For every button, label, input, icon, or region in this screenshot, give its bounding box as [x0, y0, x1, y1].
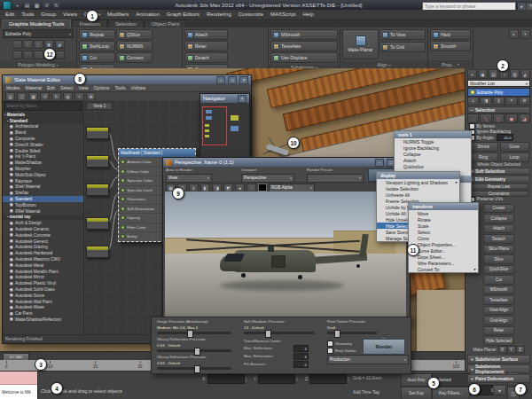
ribbon-button[interactable]: To View	[379, 29, 426, 40]
quad-menu-item[interactable]: Attach	[395, 157, 471, 163]
quad-menu-item[interactable]: Select	[409, 229, 478, 235]
shrink-button[interactable]: Shrink	[469, 142, 498, 152]
stack-tool-icon[interactable]: ∥	[493, 97, 505, 106]
ribbon-tab[interactable]: Graphite Modeling Tools	[2, 20, 71, 27]
map-node[interactable]	[86, 127, 109, 139]
menu-item[interactable]: Views	[63, 12, 77, 17]
material-item[interactable]: - Standard	[3, 118, 83, 124]
stack-tool-icon[interactable]: ×	[505, 97, 517, 106]
ribbon-button[interactable]: Smooth	[430, 41, 471, 51]
show-end-result-icon[interactable]	[23, 51, 33, 59]
command-panel-tab-icon[interactable]: ◭	[520, 69, 530, 79]
close-icon[interactable]: ×	[238, 95, 246, 103]
image-precision-slider[interactable]	[157, 332, 231, 334]
ribbon-panel-label[interactable]: Polygon Modeling	[0, 61, 76, 68]
coordinate-z[interactable]: Z:▴▾	[305, 374, 349, 384]
edit-geometry-button[interactable]: Attach	[483, 224, 514, 234]
material-item[interactable]: - mental ray	[3, 215, 83, 221]
material-item[interactable]: Autodesk Hardwood	[3, 250, 83, 256]
minimize-ribbon-icon[interactable]: ▴	[509, 29, 519, 39]
soft-shadows-slider[interactable]	[244, 332, 315, 334]
minimize-icon[interactable]: −	[216, 76, 225, 84]
quad-menu-item[interactable]: Move	[409, 210, 478, 216]
modifier-stack-item[interactable]: Editable Poly	[468, 89, 529, 96]
node-socket[interactable]	[121, 169, 125, 174]
ribbon-button[interactable]: Tessellate	[270, 41, 338, 51]
rfw-toolbar-icon[interactable]: ◫	[177, 184, 187, 192]
key-filters-button[interactable]: Key Filters...	[432, 387, 470, 399]
material-item[interactable]: Autodesk Concrete	[3, 232, 83, 239]
infocenter-search-input[interactable]	[422, 2, 516, 11]
editable-poly-dropdown[interactable]: Editable Poly	[3, 29, 74, 38]
undo-icon[interactable]: ↺	[43, 2, 51, 9]
fg-bounces-field[interactable]: 0	[293, 361, 309, 368]
material-item[interactable]: Morpher	[3, 166, 83, 172]
material-item[interactable]: - Materials	[3, 112, 83, 118]
edit-geometry-button[interactable]: Slice Plane	[483, 245, 514, 254]
repeat-last-button[interactable]: Repeat Last	[469, 184, 528, 190]
visibility-bulb-icon[interactable]	[470, 90, 475, 95]
quad-menu-item[interactable]: Collapse	[395, 151, 471, 157]
area-to-render-dropdown[interactable]: View	[166, 174, 212, 183]
ribbon-tab[interactable]: Object Paint	[145, 20, 187, 27]
quad-menu-item[interactable]: NURMS Toggle	[395, 138, 471, 145]
maximize-icon[interactable]: □	[228, 76, 237, 84]
node-socket[interactable]	[121, 160, 125, 164]
material-item[interactable]: Autodesk Generic	[3, 239, 83, 245]
material-item[interactable]: Matte/Shadow	[3, 160, 83, 166]
edit-geometry-button[interactable]: Tessellate	[483, 295, 514, 305]
menu-item[interactable]: Tools	[21, 12, 34, 17]
quad-menu-item[interactable]: Unfreeze All	[377, 192, 459, 198]
final-gather-slider[interactable]	[327, 332, 377, 334]
material-item[interactable]: Arch & Design	[3, 220, 83, 226]
quad-menu-item[interactable]: Rotate	[409, 216, 478, 223]
slate-title-bar[interactable]: Slate Material Editor − □ ×	[3, 75, 251, 84]
material-item[interactable]: Autodesk Ceramic	[3, 226, 83, 232]
auto-key-button[interactable]: Auto Key	[401, 373, 432, 387]
edit-geometry-button[interactable]: Detach	[483, 234, 514, 244]
material-item[interactable]: Autodesk Stone	[3, 293, 83, 299]
subobject-level-icon[interactable]: ╲	[480, 113, 491, 123]
node-socket[interactable]	[121, 215, 125, 220]
material-item[interactable]: Autodesk Metal	[3, 262, 83, 269]
title-bar[interactable]: + ▤ ▦ ↺ ↻ Autodesk 3ds Max 2012 x64 - Un…	[0, 0, 532, 10]
z-field[interactable]	[309, 374, 347, 384]
slate-menu-item[interactable]: View	[78, 85, 88, 90]
edit-geometry-button[interactable]: Grid Align	[483, 316, 514, 325]
node-socket[interactable]	[121, 207, 125, 211]
ribbon-button[interactable]: Hard	[430, 29, 471, 40]
listener-line[interactable]: Welcome to MA	[0, 385, 37, 399]
rollout-soft-selection[interactable]: Soft Selection	[467, 168, 530, 175]
viewport-dropdown[interactable]: Perspective	[241, 174, 294, 183]
menu-item[interactable]: Help	[302, 12, 313, 17]
quad-menu-item[interactable]: Scale	[409, 223, 478, 229]
material-item[interactable]: Shellac	[3, 190, 83, 196]
rfw-toolbar-icon[interactable]: ◩	[223, 184, 233, 192]
by-angle-field[interactable]: 45.0	[497, 134, 513, 141]
coordinate-y[interactable]: Y:▴▾	[254, 374, 298, 384]
navigator-title-bar[interactable]: Navigator×	[200, 94, 249, 103]
quad-menu-item[interactable]: Isolate Selection	[377, 185, 459, 192]
subobject-level-icon[interactable]: ◪	[519, 113, 530, 123]
material-item[interactable]: Autodesk Masonry CMU	[3, 256, 83, 262]
material-item[interactable]: Autodesk Metallic Paint	[3, 269, 83, 275]
quad-menu-item[interactable]: Convert To:	[409, 266, 478, 272]
quad-menu-item[interactable]: Clone	[409, 235, 478, 241]
maxscript-mini-listener[interactable]: Welcome to MA	[0, 372, 38, 399]
ribbon-panel-label[interactable]: Prop...	[428, 60, 473, 68]
command-panel-tab-icon[interactable]: ▤	[489, 69, 498, 79]
y-field[interactable]	[258, 374, 295, 384]
next-modifier-icon[interactable]	[55, 51, 65, 59]
stack-tool-icon[interactable]: ⚙	[519, 97, 530, 106]
quad-menu-item[interactable]: Dope Sheet...	[409, 254, 478, 260]
material-item[interactable]: Autodesk Solid Glass	[3, 286, 83, 293]
ribbon-tab[interactable]: Freeform	[72, 20, 107, 27]
ribbon-button[interactable]: Attach	[184, 29, 228, 40]
constraints-dropdown[interactable]: Constraints	[469, 191, 528, 197]
edit-geometry-button[interactable]: MSmooth	[483, 286, 514, 295]
node-socket[interactable]	[121, 234, 125, 239]
ribbon-config-icon[interactable]: ▾	[520, 29, 530, 39]
node-socket[interactable]	[121, 225, 125, 230]
rollout-edit-geometry[interactable]: Edit Geometry	[467, 176, 530, 183]
quad-menu-item[interactable]: Wire Parameters...	[409, 260, 478, 266]
